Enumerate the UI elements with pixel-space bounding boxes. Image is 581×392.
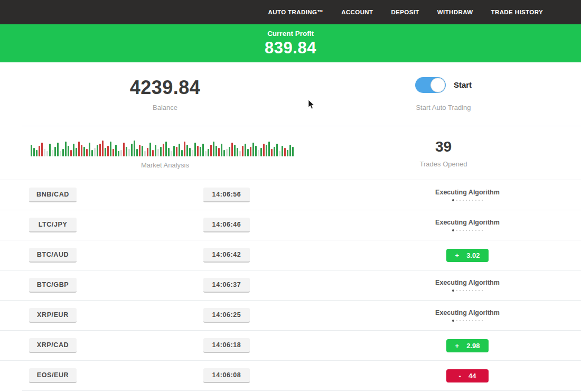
progress-dot — [479, 290, 480, 291]
market-bar — [94, 148, 96, 156]
market-bar — [68, 146, 69, 156]
progress-dot — [469, 230, 470, 231]
market-bar — [105, 148, 106, 156]
market-bar — [131, 144, 133, 156]
trade-row: LTC/JPY 14:06:46 Executing Algorithm — [0, 210, 581, 240]
market-bar — [120, 150, 122, 156]
executing-algorithm-label: Executing Algorithm — [435, 279, 500, 286]
progress-dot — [469, 290, 470, 291]
market-bar — [70, 150, 72, 156]
current-profit-banner: Current Profit 839.84 — [0, 24, 581, 62]
progress-dot — [456, 320, 457, 321]
market-bar — [215, 146, 217, 156]
nav-item-trade-history[interactable]: TRADE HISTORY — [491, 9, 543, 15]
trade-row: BTC/GBP 14:06:37 Executing Algorithm — [0, 270, 581, 300]
trade-status: +2.98 — [354, 339, 581, 352]
progress-dot — [482, 230, 483, 231]
market-bar — [54, 147, 56, 156]
progress-dot — [472, 200, 473, 201]
market-bar — [194, 143, 196, 156]
market-analysis-chart — [31, 137, 300, 156]
market-bar — [192, 150, 193, 156]
pair-badge: BTC/GBP — [29, 278, 77, 293]
market-bar — [163, 144, 164, 156]
market-bar — [44, 149, 45, 156]
trade-status: Executing Algorithm — [354, 309, 581, 322]
nav-item-withdraw[interactable]: WITHDRAW — [437, 9, 473, 15]
pair-badge: XRP/CAD — [29, 338, 77, 353]
result-sign: - — [459, 372, 461, 380]
market-bar — [234, 145, 236, 156]
market-bar — [229, 147, 230, 156]
progress-dot — [460, 230, 461, 231]
market-bar — [165, 142, 167, 156]
nav-item-auto-trading[interactable]: AUTO TRADING™ — [268, 9, 324, 15]
auto-trading-toggle[interactable] — [415, 77, 446, 93]
market-bar — [39, 146, 40, 156]
market-bar — [250, 147, 251, 156]
result-sign: + — [455, 251, 460, 259]
market-bar — [147, 148, 148, 156]
progress-dot — [452, 290, 454, 292]
market-bar — [110, 142, 111, 156]
profit-badge: +3.02 — [446, 249, 489, 262]
market-bar — [76, 148, 77, 156]
market-bar — [81, 145, 82, 156]
progress-dot — [456, 230, 457, 231]
market-bar — [266, 145, 267, 156]
progress-dot — [466, 200, 467, 201]
market-bar — [41, 143, 43, 156]
market-bar — [197, 146, 199, 156]
progress-dots — [452, 320, 483, 322]
market-bar — [171, 151, 172, 156]
market-bar — [205, 151, 207, 156]
progress-dot — [482, 200, 483, 201]
progress-dot — [460, 200, 461, 201]
market-bar — [218, 148, 220, 156]
market-bar — [184, 142, 185, 156]
market-bar — [237, 148, 238, 156]
pair-badge: EOS/EUR — [29, 368, 77, 383]
progress-dot — [479, 200, 480, 201]
market-bar — [226, 149, 228, 156]
market-bar — [279, 151, 280, 156]
market-bar — [289, 145, 291, 156]
result-amount: 2.98 — [466, 342, 480, 350]
progress-dot — [452, 229, 454, 231]
progress-dot — [479, 320, 480, 321]
progress-dot — [479, 230, 480, 231]
balance-label: Balance — [153, 104, 177, 111]
progress-dot — [466, 320, 467, 321]
market-bar — [186, 145, 188, 156]
progress-dots — [452, 229, 483, 231]
market-bar — [136, 149, 138, 156]
market-bar — [115, 145, 117, 156]
time-badge: 14:06:46 — [203, 218, 250, 232]
trade-row: XRP/CAD 14:06:18 +2.98 — [0, 330, 581, 360]
progress-dot — [466, 290, 467, 291]
toggle-start-label: Start — [454, 80, 472, 89]
market-bar — [268, 142, 270, 156]
progress-dot — [463, 290, 464, 291]
market-bar — [62, 149, 64, 156]
nav-item-account[interactable]: ACCOUNT — [341, 9, 373, 15]
progress-dot — [482, 290, 483, 291]
nav-item-deposit[interactable]: DEPOSIT — [391, 9, 419, 15]
time-badge: 14:06:56 — [203, 188, 250, 202]
progress-dot — [456, 290, 457, 291]
progress-dot — [469, 320, 470, 321]
market-bar — [231, 143, 233, 156]
current-profit-value: 839.84 — [265, 39, 316, 58]
trade-row: BTC/AUD 14:06:42 +3.02 — [0, 240, 581, 270]
market-bar — [223, 150, 225, 156]
progress-dot — [456, 200, 457, 201]
trade-status: -44 — [354, 369, 581, 382]
market-bar — [57, 143, 59, 156]
market-bar — [282, 146, 283, 156]
market-bar — [152, 150, 154, 156]
time-badge: 14:06:42 — [203, 248, 250, 263]
market-bar — [242, 146, 243, 156]
start-auto-trading-label: Start Auto Trading — [416, 104, 471, 111]
market-bar — [73, 144, 74, 156]
market-bar — [247, 149, 249, 156]
